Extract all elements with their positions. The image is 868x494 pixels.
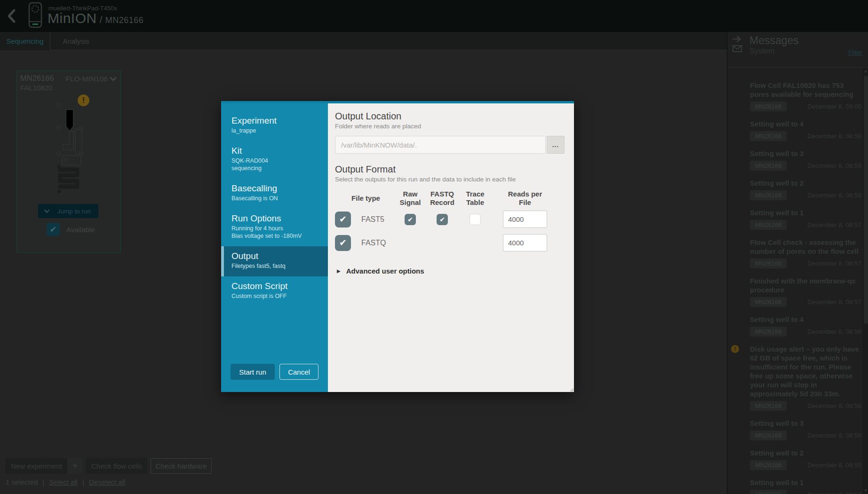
messages-scrollbar[interactable]: ▲ ▼	[863, 68, 868, 494]
resize-handle[interactable]	[570, 388, 573, 392]
deselect-all-link[interactable]: Deselect all	[89, 478, 126, 486]
info-icon: i	[731, 209, 739, 217]
message-device-badge: MN26166	[750, 490, 787, 494]
message-title: Setting well to 2	[750, 448, 861, 457]
plus-icon[interactable]: +	[67, 458, 83, 474]
dialog-main-panel: Output Location Folder where reads are p…	[328, 103, 574, 392]
advanced-options-toggle[interactable]: ▶ Advanced user options	[335, 267, 565, 275]
separator: |	[42, 478, 44, 486]
sidebar-item-subtitle: Bias voltage set to -180mV	[231, 232, 320, 240]
message-item[interactable]: i Flow Cell check - assessing the number…	[727, 238, 863, 276]
fast5-reads-per-file-input[interactable]	[503, 211, 547, 228]
message-item[interactable]: i Flow Cell FAL10820 has 753 pores avail…	[727, 81, 863, 119]
message-timestamp: December 8, 08:57	[807, 298, 861, 306]
tab-analysis[interactable]: Analysis	[50, 32, 102, 50]
message-title: Setting well to 1	[750, 478, 861, 487]
jump-to-run-label: Jump to run	[50, 208, 98, 215]
fastq-enabled-checkbox[interactable]: ✔	[335, 235, 351, 251]
jump-to-run-button[interactable]: Jump to run	[38, 204, 98, 218]
trace-table-checkbox[interactable]	[470, 214, 481, 225]
selection-status-bar: 1 selected | Select all | Deselect all	[6, 478, 126, 486]
available-toggle[interactable]: ✔ Available	[47, 223, 95, 236]
device-id: MN26166	[105, 16, 144, 25]
select-all-link[interactable]: Select all	[49, 478, 78, 486]
selected-count: 1 selected	[6, 478, 38, 486]
sidebar-item-output[interactable]: Output Filetypes fast5, fastq	[221, 246, 328, 276]
warning-badge-icon: !	[78, 94, 89, 106]
back-button[interactable]	[0, 0, 23, 32]
message-device-badge: MN26166	[750, 259, 787, 268]
arrow-right-icon[interactable]	[733, 36, 742, 42]
message-item[interactable]: i Setting well to 2 MN26166December 8, 0…	[727, 179, 863, 208]
flowcell-type-dropdown[interactable]: FLO-MIN106	[65, 75, 117, 83]
message-title: Finished with the membrane-qc procedure	[750, 276, 861, 294]
output-format-title: Output Format	[335, 164, 565, 174]
message-device-badge: MN26166	[750, 220, 787, 230]
filter-link[interactable]: Filter	[848, 49, 862, 56]
back-chevron-icon	[6, 7, 17, 25]
scrollbar-thumb[interactable]	[864, 76, 868, 324]
message-title: Flow Cell FAL10820 has 753 pores availab…	[750, 81, 861, 99]
message-timestamp: December 8, 08:54	[807, 491, 861, 494]
flowcell-card[interactable]: MN26166 FLO-MIN106 FAL10820	[16, 71, 121, 253]
sidebar-item-subtitle: Basecalling is ON	[231, 195, 320, 202]
message-item[interactable]: i Finished with the membrane-qc procedur…	[727, 276, 863, 315]
fastq-reads-per-file-input[interactable]	[503, 234, 547, 251]
sidebar-item-basecalling[interactable]: Basecalling Basecalling is ON	[221, 179, 328, 209]
available-label: Available	[66, 226, 95, 234]
fast5-enabled-checkbox[interactable]: ✔	[335, 212, 351, 227]
file-type-label: FAST5	[361, 215, 384, 224]
sidebar-item-subtitle: SQK-RAD004	[231, 157, 320, 165]
output-path-input[interactable]	[335, 136, 546, 154]
check-hardware-button[interactable]: Check hardware	[151, 458, 212, 474]
sidebar-item-custom-script[interactable]: Custom Script Custom script is OFF	[221, 276, 328, 306]
start-run-button[interactable]: Start run	[231, 364, 275, 380]
output-format-subtitle: Select the outputs for this run and the …	[335, 175, 565, 183]
chevron-down-icon	[44, 209, 50, 213]
separator: |	[82, 478, 84, 486]
table-header-row: File type Raw Signal FASTQ Record Trace …	[335, 190, 565, 207]
message-item[interactable]: i Setting well to 3 MN26166December 8, 0…	[727, 149, 863, 179]
sidebar-item-experiment[interactable]: Experiment la_trappe	[221, 111, 328, 141]
info-icon: i	[731, 120, 739, 128]
browse-button[interactable]: ...	[547, 136, 565, 154]
sidebar-item-title: Basecalling	[231, 182, 320, 195]
fastq-record-checkbox[interactable]: ✔	[437, 214, 448, 225]
message-device-badge: MN26166	[750, 460, 787, 470]
sidebar-item-title: Kit	[231, 145, 320, 157]
message-item[interactable]: i Setting well to 4 MN26166December 8, 0…	[727, 119, 863, 149]
sidebar-item-kit[interactable]: Kit SQK-RAD004 sequencing	[221, 141, 328, 179]
tab-bar: Sequencing Analysis	[0, 32, 727, 50]
flowcell-position-id: MN26166	[20, 74, 54, 83]
message-timestamp: December 8, 08:59	[807, 133, 861, 140]
col-fastq-record: FASTQ Record	[424, 190, 461, 207]
cancel-button[interactable]: Cancel	[279, 364, 319, 380]
tab-sequencing[interactable]: Sequencing	[0, 32, 50, 50]
messages-header: Messages System Filter	[727, 32, 868, 67]
new-experiment-button[interactable]: New experiment +	[6, 458, 83, 474]
message-title: Flow Cell check - assessing the number o…	[750, 238, 861, 256]
message-item[interactable]: i Setting well to 1 MN26166December 8, 0…	[727, 208, 863, 238]
message-item[interactable]: i Setting well to 1 MN26166December 8, 0…	[727, 478, 863, 494]
sidebar-item-title: Experiment	[231, 115, 320, 127]
disclosure-triangle-icon: ▶	[337, 268, 341, 274]
scroll-down-arrow-icon[interactable]: ▼	[863, 488, 868, 493]
page-title: MinION/MN26166	[48, 10, 143, 26]
check-flow-cells-button[interactable]: Check flow cells	[86, 458, 147, 474]
available-checkbox[interactable]: ✔	[47, 223, 60, 236]
sidebar-item-subtitle: Running for 4 hours	[231, 225, 320, 232]
message-device-badge: MN26166	[750, 161, 787, 171]
sidebar-item-title: Run Options	[231, 212, 320, 225]
message-title: Setting well to 4	[750, 119, 861, 128]
message-item[interactable]: i Setting well to 3 MN26166December 8, 0…	[727, 419, 863, 448]
message-item[interactable]: i Setting well to 4 MN26166December 8, 0…	[727, 315, 863, 345]
message-title: Setting well to 1	[750, 208, 861, 217]
message-item[interactable]: i Setting well to 2 MN26166December 8, 0…	[727, 448, 863, 478]
scroll-up-arrow-icon[interactable]: ▲	[863, 69, 868, 73]
envelope-icon[interactable]	[733, 45, 742, 52]
message-timestamp: December 8, 08:56	[807, 402, 861, 409]
sidebar-item-run-options[interactable]: Run Options Running for 4 hours Bias vol…	[221, 209, 328, 246]
raw-signal-checkbox[interactable]: ✔	[405, 214, 416, 225]
flowcell-sample-id: FAL10820	[20, 84, 52, 92]
message-item[interactable]: ! Disk usage alert – you only have 62 GB…	[727, 345, 863, 419]
